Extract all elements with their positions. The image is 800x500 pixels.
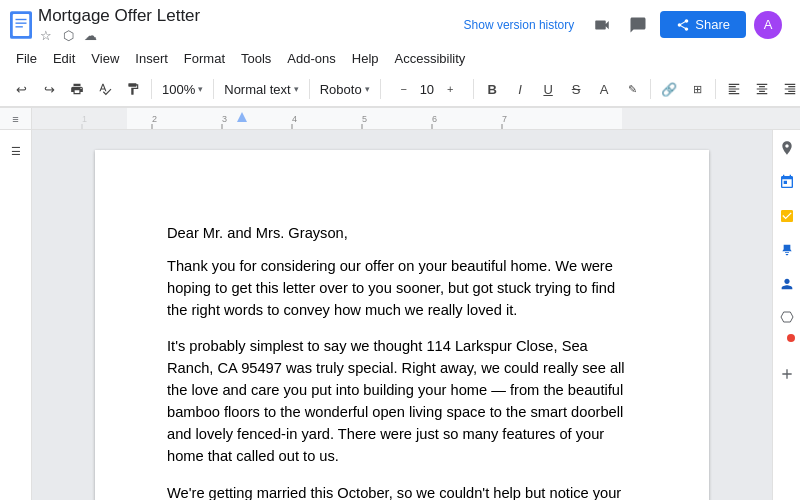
share-button[interactable]: Share	[660, 11, 746, 38]
cloud-icon: ☁	[82, 27, 98, 43]
undo-button[interactable]: ↩	[8, 76, 34, 102]
svg-text:5: 5	[362, 114, 367, 124]
maps-icon[interactable]	[777, 138, 797, 158]
separator-1	[151, 79, 152, 99]
svg-rect-1	[13, 14, 30, 36]
keep-icon[interactable]	[777, 240, 797, 260]
align-center-button[interactable]	[749, 76, 775, 102]
svg-text:2: 2	[152, 114, 157, 124]
menu-view[interactable]: View	[83, 47, 127, 70]
menu-insert[interactable]: Insert	[127, 47, 176, 70]
print-button[interactable]	[64, 76, 90, 102]
style-chevron: ▾	[294, 84, 299, 94]
text-style-dropdown[interactable]: Normal text ▾	[219, 76, 303, 102]
insert-image-button[interactable]: ⊞	[684, 76, 710, 102]
font-dropdown[interactable]: Roboto ▾	[315, 76, 375, 102]
separator-4	[380, 79, 381, 99]
menu-tools[interactable]: Tools	[233, 47, 279, 70]
font-chevron: ▾	[365, 84, 370, 94]
strikethrough-button[interactable]: S	[563, 76, 589, 102]
menu-help[interactable]: Help	[344, 47, 387, 70]
chat-icon-button[interactable]	[624, 11, 652, 39]
font-size-decrease[interactable]: −	[391, 76, 417, 102]
separator-6	[650, 79, 651, 99]
svg-rect-20	[32, 108, 127, 129]
drive-icon[interactable]	[777, 308, 797, 328]
menu-accessibility[interactable]: Accessibility	[387, 47, 474, 70]
ruler: 1 2 3 4 5 6 7	[32, 108, 800, 129]
spellcheck-button[interactable]	[92, 76, 118, 102]
underline-button[interactable]: U	[535, 76, 561, 102]
document-scroll-area[interactable]: Dear Mr. and Mrs. Grayson,Thank you for …	[32, 130, 772, 500]
document-page: Dear Mr. and Mrs. Grayson,Thank you for …	[95, 150, 709, 500]
meet-icon-button[interactable]	[588, 11, 616, 39]
italic-button[interactable]: I	[507, 76, 533, 102]
svg-marker-22	[237, 112, 247, 122]
font-size-increase[interactable]: +	[437, 76, 463, 102]
paragraph-1[interactable]: Thank you for considering our offer on y…	[167, 255, 637, 321]
redo-button[interactable]: ↪	[36, 76, 62, 102]
paragraph-3[interactable]: We're getting married this October, so w…	[167, 482, 637, 500]
notification-dot	[787, 334, 795, 342]
outline-toggle[interactable]: ☰	[3, 138, 29, 164]
right-panel	[772, 130, 800, 500]
align-left-button[interactable]	[721, 76, 747, 102]
left-sidebar: ☰	[0, 130, 32, 500]
menu-addons[interactable]: Add-ons	[279, 47, 343, 70]
font-color-button[interactable]: A	[591, 76, 617, 102]
svg-text:3: 3	[222, 114, 227, 124]
font-size-dropdown[interactable]: − 10 +	[386, 76, 468, 102]
folder-icon[interactable]: ⬡	[60, 27, 76, 43]
link-button[interactable]: 🔗	[656, 76, 682, 102]
tasks-icon[interactable]	[777, 206, 797, 226]
doc-icon	[10, 11, 32, 39]
paragraph-2[interactable]: It's probably simplest to say we thought…	[167, 335, 637, 467]
document-title[interactable]: Mortgage Offer Letter	[38, 6, 450, 26]
separator-5	[473, 79, 474, 99]
calendar-icon[interactable]	[777, 172, 797, 192]
highlight-button[interactable]: ✎	[619, 76, 645, 102]
share-label: Share	[695, 17, 730, 32]
sidebar-toggle[interactable]: ≡	[0, 108, 32, 130]
paragraph-0[interactable]: Dear Mr. and Mrs. Grayson,	[167, 222, 637, 244]
star-icon[interactable]: ☆	[38, 27, 54, 43]
separator-2	[213, 79, 214, 99]
user-avatar[interactable]: A	[754, 11, 782, 39]
svg-text:6: 6	[432, 114, 437, 124]
menu-format[interactable]: Format	[176, 47, 233, 70]
separator-7	[715, 79, 716, 99]
bold-button[interactable]: B	[479, 76, 505, 102]
contacts-icon[interactable]	[777, 274, 797, 294]
menu-file[interactable]: File	[8, 47, 45, 70]
separator-3	[309, 79, 310, 99]
svg-text:4: 4	[292, 114, 297, 124]
add-icon[interactable]	[777, 364, 797, 384]
zoom-dropdown[interactable]: 100% ▾	[157, 76, 208, 102]
svg-rect-21	[622, 108, 800, 129]
menu-edit[interactable]: Edit	[45, 47, 83, 70]
svg-text:7: 7	[502, 114, 507, 124]
version-history-link[interactable]: Show version history	[456, 14, 583, 36]
zoom-chevron: ▾	[198, 84, 203, 94]
align-right-button[interactable]	[777, 76, 800, 102]
paint-format-button[interactable]	[120, 76, 146, 102]
